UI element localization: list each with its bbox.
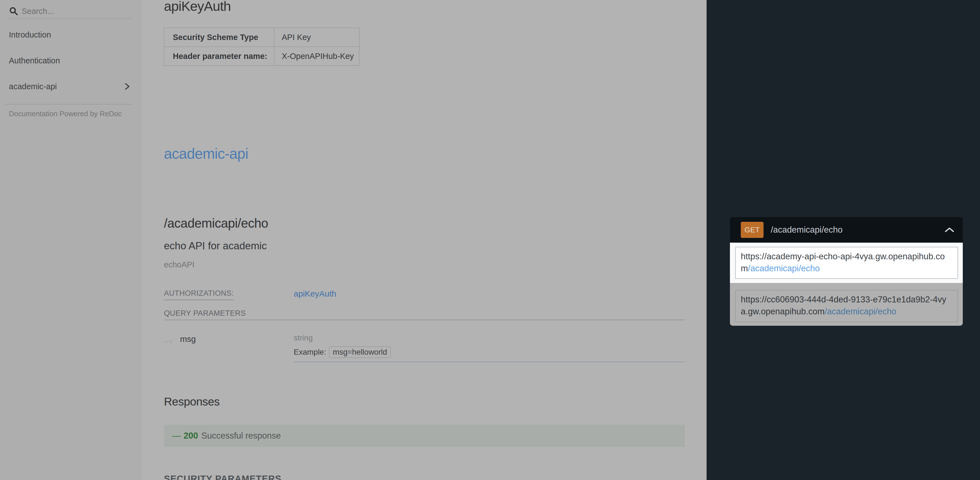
sidebar-item-label: Authentication [9,56,130,65]
chevron-right-icon [124,82,130,91]
parameter-rule [294,362,685,362]
table-cell-value: X-OpenAPIHub-Key [274,47,359,65]
powered-by-redoc-link[interactable]: Documentation Powered by ReDoc [9,110,122,118]
authorizations-label: AUTHORIZATIONS: [164,289,234,300]
table-cell-label: Security Scheme Type [164,28,274,47]
response-description: Successful response [202,431,281,441]
server-path-link[interactable]: /academicapi/echo [825,306,897,316]
query-parameters-label: QUERY PARAMETERS [164,309,246,318]
request-header[interactable]: GET /academicapi/echo [730,217,963,242]
example-label: Example: [294,348,326,356]
responses-heading: Responses [164,395,220,408]
parameter-example: Example:msg=helloworld [294,346,685,358]
request-samples-panel: GET /academicapi/echo https://academy-ap… [706,0,980,480]
parameter-name: msg [180,334,196,344]
security-parameters-heading: SECURITY PARAMETERS [164,474,282,480]
table-cell-value: API Key [274,28,359,47]
response-dash: — [172,431,181,441]
sidebar-item-label: academic-api [9,82,124,91]
response-row-200[interactable]: — 200 Successful response [164,425,685,447]
table-cell-label: Header parameter name: [164,47,274,65]
parameter-type: string [294,333,685,343]
authorizations-row: AUTHORIZATIONS: apiKeyAuth [164,289,685,300]
sidebar-item-academic-api[interactable]: academic-api [0,78,142,95]
example-value-chip: msg=helloworld [329,346,391,358]
search-icon [9,6,18,16]
table-row: Security Scheme Type API Key [164,28,359,47]
main-content: apiKeyAuth Security Scheme Type API Key … [142,0,706,480]
server-url-highlight-stage: https://academy-api-echo-api-4vya.gw.ope… [730,242,963,283]
security-scheme-table: Security Scheme Type API Key Header para… [164,27,360,66]
tag-section-title[interactable]: academic-api [164,145,248,162]
chevron-up-icon [945,227,955,233]
http-method-badge: GET [741,222,764,238]
server-url-primary: https://academy-api-echo-api-4vya.gw.ope… [735,247,958,279]
sidebar: Introduction Authentication academic-api… [0,0,142,480]
redoc-page: Introduction Authentication academic-api… [0,0,980,480]
server-url-secondary: https://cc606903-444d-4ded-9133-e79c1e1d… [735,290,958,322]
operation-summary: echo API for academic [164,240,267,252]
table-row: Header parameter name: X-OpenAPIHub-Key [164,47,359,65]
server-path-link[interactable]: /academicapi/echo [748,263,820,273]
sidebar-divider [6,104,131,105]
search-box[interactable] [8,4,131,19]
tree-connector-icon [164,339,172,344]
request-path: /academicapi/echo [771,225,945,235]
authorizations-link[interactable]: apiKeyAuth [294,289,336,298]
operation-id: echoAPI [164,260,194,270]
operation-path-title: /academicapi/echo [164,216,268,231]
sidebar-item-introduction[interactable]: Introduction [0,26,142,43]
security-scheme-title: apiKeyAuth [164,0,231,14]
request-card-body: https://cc606903-444d-4ded-9133-e79c1e1d… [730,283,963,326]
request-card: GET /academicapi/echo https://academy-ap… [730,217,963,326]
sidebar-item-authentication[interactable]: Authentication [0,52,142,69]
parameter-detail: string Example:msg=helloworld [294,333,685,358]
response-code: 200 [184,431,198,441]
search-input[interactable] [22,7,131,16]
sidebar-item-label: Introduction [9,30,130,40]
query-parameters-rule [164,320,685,320]
